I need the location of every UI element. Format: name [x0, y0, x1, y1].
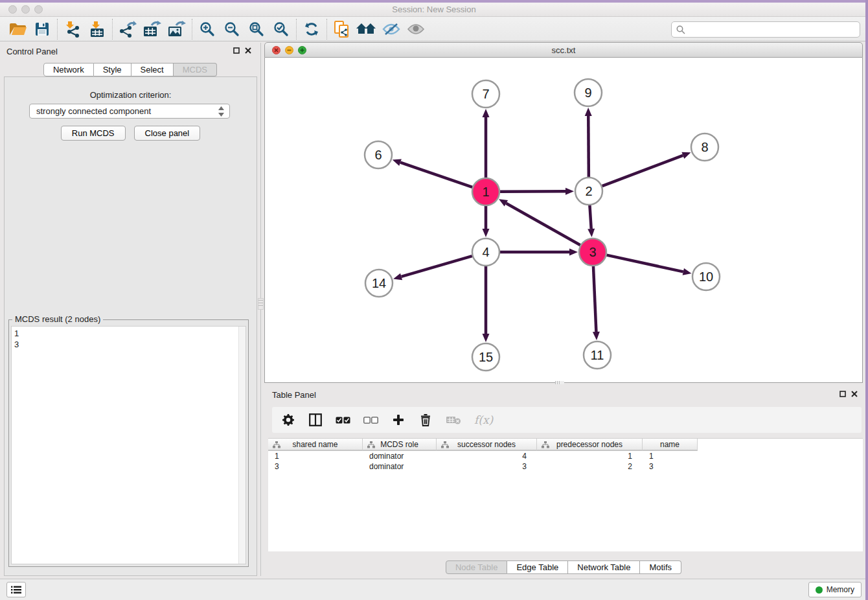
svg-text:3: 3 — [589, 245, 596, 259]
result-scrollbar[interactable] — [238, 327, 246, 564]
float-panel-icon[interactable] — [233, 47, 240, 54]
graph-edge-1-2[interactable] — [500, 191, 565, 192]
horizontal-splitter-grip[interactable] — [555, 381, 564, 384]
column-header-predecessor-nodes[interactable]: predecessor nodes — [537, 439, 643, 451]
close-table-panel-icon[interactable] — [851, 391, 858, 397]
table-row[interactable]: 3dominator323 — [268, 461, 863, 472]
mcds-result-title: MCDS result (2 nodes) — [12, 314, 103, 324]
close-panel-button[interactable]: Close panel — [134, 126, 201, 141]
tab-select[interactable]: Select — [131, 63, 174, 76]
zoom-out-icon[interactable] — [220, 19, 244, 40]
table-cell[interactable]: 3 — [437, 461, 537, 472]
tab-network-table[interactable]: Network Table — [568, 560, 640, 574]
tab-style[interactable]: Style — [94, 63, 131, 76]
table-cell[interactable]: dominator — [363, 451, 437, 461]
graph-node-15[interactable]: 15 — [472, 343, 499, 371]
criterion-value: strongly connected component — [36, 106, 151, 116]
column-header-MCDS-role[interactable]: MCDS role — [363, 439, 437, 451]
graph-node-3[interactable]: 3 — [579, 238, 606, 266]
network-canvas[interactable]: 7968124314101511 — [264, 58, 863, 383]
table-cell[interactable]: 3 — [268, 461, 363, 472]
mcds-result-group: MCDS result (2 nodes) 1 3 — [8, 319, 249, 567]
graph-edge-4-14[interactable] — [402, 256, 472, 277]
table-cell[interactable]: 1 — [643, 451, 698, 461]
graph-edge-3-11[interactable] — [593, 266, 596, 332]
graph-edge-3-1[interactable] — [506, 203, 580, 246]
network-view-titlebar[interactable]: scc.txt — [264, 42, 863, 58]
function-builder-icon: f(x) — [474, 412, 493, 428]
open-session-icon[interactable] — [5, 19, 30, 40]
import-network-icon[interactable] — [60, 19, 85, 40]
run-mcds-button[interactable]: Run MCDS — [61, 126, 126, 141]
column-header-name[interactable]: name — [643, 439, 698, 451]
close-panel-icon[interactable] — [245, 47, 251, 54]
graph-node-1[interactable]: 1 — [472, 178, 499, 205]
add-column-icon[interactable] — [391, 412, 405, 428]
clone-network-icon[interactable] — [330, 19, 354, 40]
graph-node-9[interactable]: 9 — [575, 79, 602, 106]
graph-edge-3-10[interactable] — [606, 255, 683, 272]
graph-edge-2-8[interactable] — [602, 156, 683, 186]
memory-button[interactable]: Memory — [808, 582, 862, 597]
graph-node-2[interactable]: 2 — [575, 178, 602, 205]
main-toolbar — [0, 17, 868, 41]
task-history-button[interactable] — [6, 582, 26, 597]
graph-node-6[interactable]: 6 — [365, 141, 392, 168]
zoom-fit-icon[interactable] — [244, 19, 269, 40]
tab-mcds[interactable]: MCDS — [174, 63, 217, 76]
select-all-rows-icon[interactable] — [336, 412, 350, 428]
mcds-result-list[interactable]: 1 3 — [11, 326, 246, 564]
graph-edge-2-3[interactable] — [589, 205, 591, 229]
table-cell[interactable]: 2 — [537, 461, 643, 472]
graph-edge-2-9[interactable] — [588, 116, 589, 177]
graph-node-14[interactable]: 14 — [365, 270, 393, 297]
export-network-icon[interactable] — [115, 19, 140, 40]
split-panel-icon[interactable] — [308, 412, 323, 428]
search-box[interactable] — [671, 21, 860, 38]
export-table-icon[interactable] — [140, 19, 165, 40]
zoom-in-icon[interactable] — [195, 19, 220, 40]
zoom-selected-icon[interactable] — [269, 19, 293, 40]
hide-selected-icon[interactable] — [379, 19, 404, 40]
graph-node-11[interactable]: 11 — [584, 341, 611, 369]
optimization-criterion-label: Optimization criterion: — [5, 90, 257, 100]
tab-network[interactable]: Network — [43, 63, 94, 76]
column-header-successor-nodes[interactable]: successor nodes — [437, 439, 537, 451]
window-titlebar: Session: New Session — [0, 3, 868, 17]
svg-text:14: 14 — [372, 276, 386, 290]
tab-edge-table[interactable]: Edge Table — [507, 560, 568, 574]
table-row[interactable]: 1dominator411 — [268, 451, 863, 461]
search-input[interactable] — [689, 25, 860, 34]
network-view-title: scc.txt — [265, 45, 862, 55]
save-session-icon[interactable] — [30, 19, 54, 40]
graph-edge-arrowhead — [593, 332, 600, 340]
svg-text:10: 10 — [699, 270, 713, 284]
table-cell[interactable]: 3 — [643, 461, 698, 472]
deselect-all-rows-icon[interactable] — [363, 412, 378, 428]
import-table-icon[interactable] — [85, 19, 109, 40]
export-image-icon[interactable] — [165, 19, 189, 40]
table-cell[interactable]: dominator — [363, 461, 437, 472]
graph-node-8[interactable]: 8 — [691, 133, 718, 161]
table-cell[interactable]: 1 — [268, 451, 363, 461]
vertical-splitter-grip[interactable] — [258, 298, 264, 310]
graph-node-10[interactable]: 10 — [692, 263, 720, 290]
dropdown-stepper-icon — [218, 106, 224, 117]
tab-motifs[interactable]: Motifs — [640, 560, 681, 574]
delete-columns-icon[interactable] — [418, 412, 433, 428]
network-view-window: scc.txt 7968124314101511 — [264, 42, 863, 383]
graph-node-7[interactable]: 7 — [472, 80, 499, 108]
table-cell[interactable]: 4 — [437, 451, 537, 461]
show-all-icon[interactable] — [404, 19, 428, 40]
graph-edge-arrowhead — [483, 334, 490, 342]
column-header-shared-name[interactable]: shared name — [268, 439, 363, 451]
graph-node-4[interactable]: 4 — [472, 238, 499, 266]
refresh-view-icon[interactable] — [299, 19, 324, 40]
tab-node-table[interactable]: Node Table — [446, 560, 508, 574]
table-settings-icon[interactable] — [281, 412, 295, 428]
home-layout-icon[interactable] — [354, 19, 379, 40]
criterion-dropdown[interactable]: strongly connected component — [29, 104, 230, 119]
graph-edge-1-6[interactable] — [400, 163, 472, 187]
float-table-panel-icon[interactable] — [839, 391, 846, 397]
table-cell[interactable]: 1 — [537, 451, 643, 461]
